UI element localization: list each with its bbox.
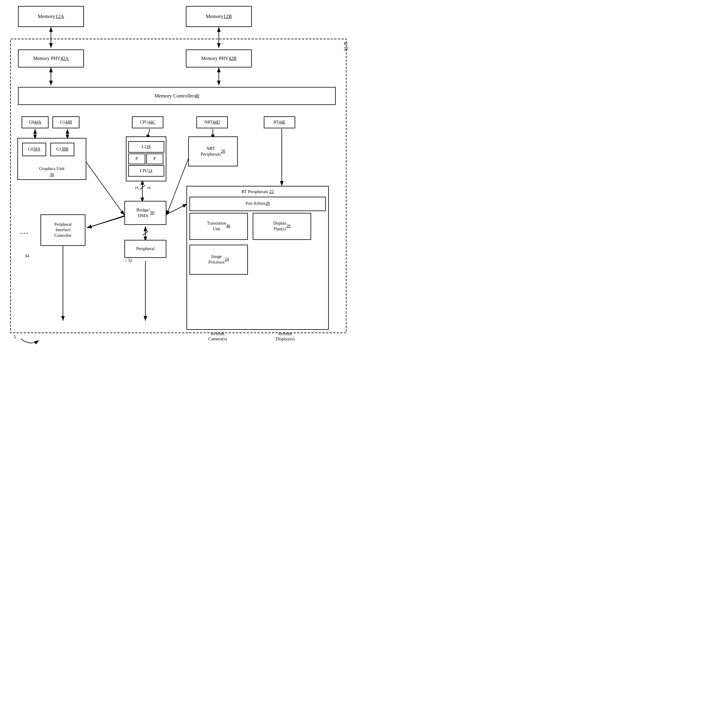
nrt-peripherals-20-box: NRTPeripherals 20 — [188, 137, 238, 166]
image-processor-24-box: ImageProcessor24 — [189, 245, 248, 275]
graphics-unit-36-box: G0 38A G1 38B Graphics Unit 36 — [17, 138, 86, 180]
tofrom-display-label: to/fromDisplay(s) — [276, 331, 295, 341]
nrt-44d-box: NRT 44D — [196, 116, 228, 128]
ref-34-label: 34 — [25, 253, 29, 259]
svg-line-15 — [143, 231, 148, 235]
memctrl-label: Memory Controller — [154, 93, 194, 99]
memory-12b-ref: 12B — [223, 13, 232, 20]
translation-unit-46-box: TranslationUnit 46 — [189, 213, 248, 240]
tofrom-camera-label: to/fromCamera(s) — [208, 331, 227, 341]
ellipsis-label: . . . — [20, 228, 28, 235]
memory-12a-box: Memory 12A — [18, 6, 84, 27]
bus-16a-label: 16 — [135, 185, 138, 190]
diagram: Memory 12A Memory 12B Memory PHY 42A Mem… — [0, 0, 354, 364]
memory-12a-label: Memory — [38, 13, 55, 20]
memory-12a-ref: 12A — [55, 13, 64, 20]
display-pipe-26-box: DisplayPipe(s) 26 — [253, 213, 311, 240]
g1-44b-box: G1 44B — [52, 116, 80, 128]
cpu-cluster-box: L2 18 P P CPU 14 — [126, 137, 166, 182]
bridge-dma-30-box: Bridge/DMA 30 — [125, 201, 166, 225]
svg-line-18 — [87, 216, 126, 228]
memory-12b-box: Memory 12B — [186, 6, 252, 27]
memphy-42b-label: Memory PHY — [201, 55, 228, 62]
rt-44e-box: RT 44E — [264, 116, 295, 128]
memctrl-40-box: Memory Controller 40 — [18, 87, 336, 105]
l2-18-box: L2 18 — [128, 141, 164, 153]
memphy-42a-box: Memory PHY 42A — [18, 49, 84, 67]
ic-label: IC10 — [344, 41, 348, 51]
peripheral-ref: / 32 — [126, 258, 132, 263]
ref5-arrow-svg — [12, 330, 48, 348]
memphy-42a-label: Memory PHY — [33, 55, 61, 62]
rt-peripherals-22-box: RT Peripherals 22 Port Arbiter 28 Transl… — [186, 186, 329, 330]
g1-38b-box: G1 38B — [50, 143, 74, 156]
g0-44a-box: G0 44A — [22, 116, 49, 128]
cpu-14-box: CPU 14 — [128, 165, 164, 177]
memphy-42b-box: Memory PHY 42B — [186, 49, 252, 67]
g0-38a-box: G0 38A — [22, 143, 46, 156]
peripheral-32-box: Peripheral / 32 — [125, 240, 166, 258]
graphics-unit-label: Graphics Unit — [39, 166, 65, 172]
port-arbiter-28-box: Port Arbiter 28 — [189, 197, 326, 211]
svg-line-13 — [140, 185, 145, 189]
svg-line-27 — [84, 159, 125, 215]
cpu-44c-box: CPU 44C — [132, 116, 163, 128]
p2-box: P — [146, 154, 163, 164]
pic-box: PeripheralInterfaceController — [41, 214, 86, 246]
bus-16b-label: 16 — [147, 185, 151, 190]
p1-box: P — [128, 154, 145, 164]
svg-line-29 — [165, 204, 187, 215]
memory-12b-label: Memory — [206, 13, 223, 20]
svg-line-16 — [87, 215, 126, 228]
